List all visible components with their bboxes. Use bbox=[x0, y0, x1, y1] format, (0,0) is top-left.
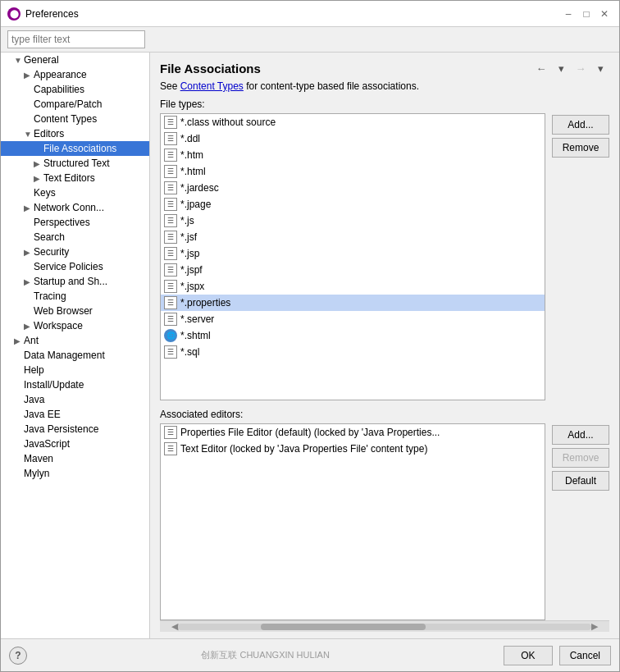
sidebar-item-capabilities[interactable]: Capabilities bbox=[1, 82, 149, 97]
file-type-item-shtml[interactable]: 🌐 *.shtml bbox=[161, 327, 545, 344]
sidebar-item-appearance[interactable]: Appearance bbox=[1, 67, 149, 82]
sidebar-item-security[interactable]: Security bbox=[1, 245, 149, 259]
file-type-add-button[interactable]: Add... bbox=[552, 115, 609, 135]
file-icon: ☰ bbox=[164, 263, 177, 277]
file-type-item-jsf[interactable]: ☰ *.jsf bbox=[161, 229, 545, 245]
sidebar-item-data-management[interactable]: Data Management bbox=[1, 348, 149, 363]
file-type-item-jsp[interactable]: ☰ *.jsp bbox=[161, 245, 545, 262]
forward-button[interactable]: → bbox=[572, 59, 590, 77]
assoc-default-button[interactable]: Default bbox=[552, 471, 609, 491]
back-button[interactable]: ← bbox=[532, 59, 550, 77]
expand-icon bbox=[24, 292, 32, 300]
expand-icon bbox=[14, 455, 22, 463]
file-type-buttons: Add... Remove bbox=[552, 113, 609, 400]
file-type-item-server[interactable]: ☰ *.server bbox=[161, 311, 545, 327]
ok-button[interactable]: OK bbox=[504, 646, 552, 665]
sidebar-item-structured-text[interactable]: Structured Text bbox=[1, 156, 149, 171]
file-type-item-jspx[interactable]: ☰ *.jspx bbox=[161, 278, 545, 295]
sidebar-item-tracing[interactable]: Tracing bbox=[1, 289, 149, 304]
expand-icon bbox=[14, 425, 22, 433]
panel-toolbar: ← ▾ → ▾ bbox=[532, 59, 609, 77]
sidebar-item-compare-patch[interactable]: Compare/Patch bbox=[1, 97, 149, 112]
expand-icon bbox=[34, 159, 42, 167]
assoc-editor-item-properties[interactable]: ☰ Properties File Editor (default) (lock… bbox=[161, 424, 545, 441]
expand-icon bbox=[14, 336, 22, 345]
file-type-item-sql[interactable]: ☰ *.sql bbox=[161, 344, 545, 360]
sidebar-item-startup[interactable]: Startup and Sh... bbox=[1, 274, 149, 289]
sidebar-item-general[interactable]: General bbox=[1, 53, 149, 67]
assoc-editor-buttons: Add... Remove Default bbox=[552, 423, 609, 620]
expand-icon bbox=[24, 85, 32, 94]
file-type-item-properties[interactable]: ☰ *.properties bbox=[161, 295, 545, 311]
scrollbar-thumb[interactable] bbox=[261, 624, 426, 630]
expand-icon bbox=[14, 440, 22, 448]
sidebar-item-editors[interactable]: Editors bbox=[1, 126, 149, 141]
cancel-button[interactable]: Cancel bbox=[559, 646, 611, 665]
filter-input[interactable] bbox=[7, 30, 145, 48]
help-button[interactable]: ? bbox=[9, 647, 27, 665]
sidebar-item-help[interactable]: Help bbox=[1, 363, 149, 377]
sidebar-item-keys[interactable]: Keys bbox=[1, 185, 149, 200]
bottom-right-buttons: OK Cancel bbox=[504, 646, 611, 665]
file-types-area: ☰ *.class without source ☰ *.ddl ☰ *.htm bbox=[160, 113, 609, 400]
sidebar-item-content-types[interactable]: Content Types bbox=[1, 112, 149, 126]
maximize-button[interactable]: □ bbox=[578, 6, 595, 22]
assoc-remove-button[interactable]: Remove bbox=[552, 448, 609, 468]
sidebar-item-perspectives[interactable]: Perspectives bbox=[1, 215, 149, 230]
file-icon: ☰ bbox=[164, 296, 177, 309]
file-icon: ☰ bbox=[164, 280, 177, 293]
sidebar-item-java-persistence[interactable]: Java Persistence bbox=[1, 422, 149, 437]
assoc-editors-area: ☰ Properties File Editor (default) (lock… bbox=[160, 423, 609, 620]
sidebar-item-workspace[interactable]: Workspace bbox=[1, 318, 149, 333]
file-type-list[interactable]: ☰ *.class without source ☰ *.ddl ☰ *.htm bbox=[160, 113, 545, 400]
sidebar-item-install-update[interactable]: Install/Update bbox=[1, 377, 149, 392]
horizontal-scrollbar[interactable]: ◀ ▶ bbox=[160, 620, 609, 632]
scroll-left-btn[interactable]: ◀ bbox=[171, 621, 178, 632]
sidebar-item-ant[interactable]: Ant bbox=[1, 333, 149, 348]
editor-icon: ☰ bbox=[164, 426, 177, 439]
file-type-item-class[interactable]: ☰ *.class without source bbox=[161, 114, 545, 130]
file-type-remove-button[interactable]: Remove bbox=[552, 138, 609, 158]
expand-icon bbox=[24, 71, 32, 79]
file-type-item-js[interactable]: ☰ *.js bbox=[161, 213, 545, 229]
file-type-item-ddl[interactable]: ☰ *.ddl bbox=[161, 130, 545, 147]
file-types-label: File types: bbox=[160, 98, 609, 110]
file-type-item-html[interactable]: ☰ *.html bbox=[161, 163, 545, 180]
file-type-item-jpage[interactable]: ☰ *.jpage bbox=[161, 196, 545, 213]
scroll-right-btn[interactable]: ▶ bbox=[591, 621, 598, 632]
sidebar-item-maven[interactable]: Maven bbox=[1, 451, 149, 466]
sidebar-item-web-browser[interactable]: Web Browser bbox=[1, 304, 149, 318]
sidebar-item-text-editors[interactable]: Text Editors bbox=[1, 171, 149, 185]
assoc-editor-item-text[interactable]: ☰ Text Editor (locked by 'Java Propertie… bbox=[161, 441, 545, 457]
file-type-item-jspf[interactable]: ☰ *.jspf bbox=[161, 262, 545, 278]
sidebar-item-file-associations[interactable]: File Associations bbox=[1, 141, 149, 156]
file-type-item-htm[interactable]: ☰ *.htm bbox=[161, 147, 545, 163]
sidebar-item-java-ee[interactable]: Java EE bbox=[1, 407, 149, 422]
minimize-button[interactable]: – bbox=[560, 6, 577, 22]
content-types-link[interactable]: Content Types bbox=[180, 80, 244, 92]
file-icon: ☰ bbox=[164, 116, 177, 129]
file-icon: ☰ bbox=[164, 198, 177, 211]
sidebar-item-mylyn[interactable]: Mylyn bbox=[1, 466, 149, 481]
expand-icon bbox=[14, 395, 22, 404]
back-dropdown-button[interactable]: ▾ bbox=[552, 59, 570, 77]
close-button[interactable]: ✕ bbox=[596, 6, 613, 22]
content-types-desc: See Content Types for content-type based… bbox=[160, 80, 609, 92]
assoc-editors-list[interactable]: ☰ Properties File Editor (default) (lock… bbox=[160, 423, 545, 620]
file-icon: ☰ bbox=[164, 247, 177, 260]
file-icon: 🌐 bbox=[164, 329, 177, 342]
preferences-window: ⬤ Preferences – □ ✕ General Appearance C bbox=[0, 0, 620, 672]
sidebar-item-search[interactable]: Search bbox=[1, 230, 149, 245]
sidebar-item-service-policies[interactable]: Service Policies bbox=[1, 259, 149, 274]
expand-icon bbox=[24, 277, 32, 286]
sidebar-item-network-conn[interactable]: Network Conn... bbox=[1, 200, 149, 215]
assoc-add-button[interactable]: Add... bbox=[552, 425, 609, 445]
sidebar-item-javascript[interactable]: JavaScript bbox=[1, 437, 149, 451]
main-content: General Appearance Capabilities Compare/… bbox=[1, 53, 619, 638]
assoc-editors-label: Associated editors: bbox=[160, 409, 609, 420]
sidebar-item-java[interactable]: Java bbox=[1, 392, 149, 407]
panel-title: File Associations bbox=[160, 62, 261, 75]
file-type-item-jardesc[interactable]: ☰ *.jardesc bbox=[161, 180, 545, 196]
expand-icon bbox=[14, 351, 22, 359]
forward-dropdown-button[interactable]: ▾ bbox=[591, 59, 609, 77]
